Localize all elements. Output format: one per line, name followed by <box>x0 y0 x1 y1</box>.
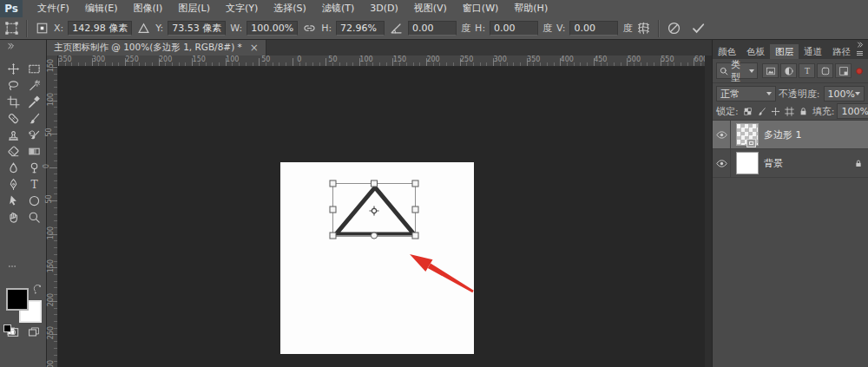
layers-list: 多边形 1背景 <box>713 120 868 367</box>
pen-tool-icon <box>7 178 20 191</box>
polygon-shape[interactable] <box>336 187 414 234</box>
layer-row[interactable]: 多边形 1 <box>713 121 868 149</box>
menu-item[interactable]: 帮助(H) <box>506 0 556 17</box>
hruler-number: 450 <box>594 56 607 63</box>
filter-ftype-button[interactable]: T <box>799 63 815 78</box>
screen-mode-button[interactable] <box>26 326 42 338</box>
panel-tab-色板[interactable]: 色板 <box>741 44 770 59</box>
magic-wand-tool[interactable] <box>24 78 43 94</box>
shape-tool[interactable] <box>24 193 43 209</box>
opacity-select[interactable]: 100% <box>824 86 865 102</box>
pen-tool[interactable] <box>3 177 23 193</box>
panel-menu-icon[interactable] <box>854 49 865 57</box>
filter-smart-button[interactable] <box>835 63 852 78</box>
layer-visibility-toggle[interactable] <box>713 121 731 148</box>
reference-point-locator-icon[interactable] <box>35 21 49 36</box>
menu-item[interactable]: 文件(F) <box>30 0 77 17</box>
y-position-field[interactable]: 73.53 像素 <box>168 21 226 36</box>
hruler-number: 350 <box>527 56 540 63</box>
layer-thumbnail[interactable] <box>731 123 764 146</box>
healing-brush-tool[interactable] <box>3 111 23 127</box>
clone-stamp-tool[interactable] <box>3 128 23 143</box>
eraser-tool[interactable] <box>3 144 23 160</box>
menu-item[interactable]: 窗口(W) <box>455 0 506 17</box>
lock-checker-button[interactable] <box>741 105 754 117</box>
menu-item[interactable]: 3D(D) <box>362 0 406 17</box>
chevron-down-icon <box>855 92 860 95</box>
collapse-panels-icon[interactable] <box>854 41 865 49</box>
lock-brush-button[interactable] <box>755 105 768 117</box>
menu-item[interactable]: 文字(Y) <box>218 0 266 17</box>
menu-item[interactable]: 编辑(E) <box>77 0 126 17</box>
history-brush-tool[interactable] <box>24 128 43 143</box>
close-document-icon[interactable]: × <box>250 43 259 53</box>
layer-name[interactable]: 背景 <box>764 157 849 170</box>
filter-pixel-button[interactable] <box>762 63 779 78</box>
height-scale-field[interactable]: 72.96% <box>336 21 385 36</box>
type-tool-icon: T <box>28 178 41 191</box>
layer-thumbnail[interactable] <box>731 152 764 174</box>
panel-tab-路径[interactable]: 路径 <box>827 44 856 59</box>
adjust-filter-icon <box>784 66 794 76</box>
foreground-color-swatch[interactable] <box>6 288 29 311</box>
lasso-tool[interactable] <box>3 78 23 94</box>
crop-tool[interactable] <box>3 95 23 110</box>
filter-adjust-button[interactable] <box>780 63 797 78</box>
fill-select[interactable]: 100% <box>837 103 868 119</box>
hand-tool[interactable] <box>3 210 23 226</box>
dodge-tool[interactable] <box>24 161 43 176</box>
brush-tool[interactable] <box>24 111 43 127</box>
panel-tab-颜色[interactable]: 颜色 <box>713 44 741 59</box>
lock-artboard-button[interactable] <box>783 105 796 117</box>
menu-item[interactable]: 选择(S) <box>266 0 314 17</box>
edit-toolbar-ellipsis-icon[interactable] <box>5 262 19 271</box>
width-scale-field[interactable]: 100.00% <box>247 21 298 36</box>
warp-mode-icon[interactable] <box>636 21 651 36</box>
commit-transform-icon[interactable] <box>691 21 706 36</box>
blend-mode-select[interactable]: 正常 <box>716 86 776 102</box>
blur-tool[interactable] <box>3 161 23 176</box>
relative-position-icon[interactable] <box>136 21 151 36</box>
menu-item[interactable]: 图层(L) <box>170 0 218 17</box>
cancel-transform-icon[interactable] <box>667 21 681 36</box>
lock-move-button[interactable] <box>769 105 782 117</box>
tool-preset-picker-icon[interactable] <box>4 21 19 36</box>
type-tool[interactable]: T <box>24 177 43 193</box>
marquee-tool[interactable] <box>24 62 43 77</box>
h-skew-field[interactable]: 0.00 <box>490 21 538 36</box>
path-selection-tool[interactable] <box>3 193 23 209</box>
rotation-field[interactable]: 0.00 <box>408 21 457 36</box>
maintain-aspect-ratio-icon[interactable] <box>302 21 317 36</box>
vruler-number: 150 <box>47 259 55 272</box>
v-skew-field[interactable]: 0.00 <box>569 21 618 36</box>
move-tool[interactable] <box>3 62 23 77</box>
panel-tab-通道[interactable]: 通道 <box>799 44 827 59</box>
toolbar-collapse-icon[interactable] <box>3 42 17 50</box>
hruler-number: 250 <box>125 56 138 63</box>
menu-item[interactable]: 视图(V) <box>406 0 455 17</box>
layer-filter-row: 类型 T <box>713 59 868 83</box>
default-foreground <box>3 324 11 332</box>
x-position-field[interactable]: 142.98 像素 <box>68 21 132 36</box>
layer-row[interactable]: 背景 <box>713 149 868 178</box>
layer-name[interactable]: 多边形 1 <box>764 128 849 141</box>
document-tab[interactable]: 主页图标制作 @ 100%(多边形 1, RGB/8#) * × <box>47 40 266 56</box>
panel-tab-图层[interactable]: 图层 <box>770 44 799 59</box>
fshape-filter-icon <box>820 66 831 76</box>
canvas-scrollbar[interactable] <box>705 56 712 367</box>
layer-visibility-toggle[interactable] <box>713 149 731 177</box>
menu-item[interactable]: 滤镜(T) <box>314 0 362 17</box>
lock-lock-button[interactable] <box>797 105 810 117</box>
pixel-filter-icon <box>766 66 776 76</box>
swap-colors-icon[interactable] <box>33 285 43 294</box>
layer-filter-kind-select[interactable]: 类型 <box>716 62 758 79</box>
menu-item[interactable]: 图像(I) <box>125 0 170 17</box>
vruler-number: 200 <box>47 293 55 306</box>
layer-lock-icon <box>849 159 868 168</box>
eyedropper-tool[interactable] <box>24 95 43 110</box>
canvas-overlay <box>58 67 705 367</box>
zoom-tool[interactable] <box>24 210 43 226</box>
layer-filtering-toggle-icon[interactable] <box>854 66 865 76</box>
filter-fshape-button[interactable] <box>817 63 833 78</box>
gradient-tool[interactable] <box>24 144 43 160</box>
